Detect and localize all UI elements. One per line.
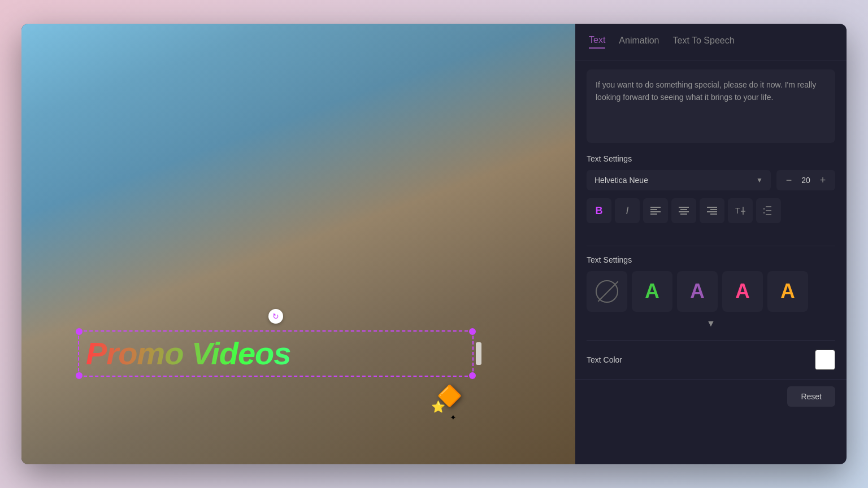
font-name: Helvetica Neue: [594, 176, 648, 185]
style-gold-letter: A: [780, 280, 795, 303]
svg-rect-5: [680, 209, 687, 210]
tab-header: Text Animation Text To Speech: [575, 24, 847, 60]
text-input[interactable]: If you want to do something special, ple…: [587, 69, 835, 143]
italic-button[interactable]: I: [615, 198, 640, 223]
selection-handle-br[interactable]: [469, 372, 476, 379]
star-decoration-2: ✦: [450, 413, 457, 422]
svg-rect-7: [680, 213, 687, 215]
text-settings-section-1: Text Settings Helvetica Neue ▼ − 20 + B: [575, 154, 847, 246]
font-row: Helvetica Neue ▼ − 20 +: [587, 170, 835, 190]
italic-icon: I: [626, 205, 628, 217]
size-decrease-button[interactable]: −: [783, 175, 795, 186]
style-option-pink[interactable]: A: [722, 271, 763, 312]
color-section: Text Color: [575, 350, 847, 379]
expand-row: ▼: [587, 316, 835, 331]
style-row: A A A A: [587, 271, 835, 312]
tab-animation[interactable]: Animation: [619, 36, 659, 48]
align-center-button[interactable]: [671, 198, 696, 223]
rotate-handle[interactable]: ↻: [268, 309, 283, 324]
svg-text:T: T: [735, 206, 740, 215]
text-settings-label-2: Text Settings: [587, 255, 835, 264]
canvas-text-element[interactable]: ↻ Promo Videos: [78, 330, 474, 377]
align-left-icon: [650, 207, 661, 215]
line-height-button[interactable]: [756, 198, 781, 223]
text-transform-icon: T: [735, 206, 745, 216]
style-option-gold[interactable]: A: [767, 271, 808, 312]
svg-rect-9: [710, 209, 717, 210]
divider-2: [587, 340, 835, 341]
promo-text[interactable]: Promo Videos: [86, 336, 466, 371]
text-area-section: If you want to do something special, ple…: [575, 60, 847, 154]
style-none-icon: [596, 280, 618, 303]
font-dropdown[interactable]: Helvetica Neue ▼: [587, 170, 771, 190]
svg-rect-8: [707, 207, 717, 208]
reset-section: Reset: [575, 379, 847, 413]
style-pink-letter: A: [735, 280, 750, 303]
bold-button[interactable]: B: [587, 198, 611, 223]
size-increase-button[interactable]: +: [817, 175, 828, 186]
text-color-swatch[interactable]: [815, 350, 835, 370]
format-row: B I: [587, 198, 835, 223]
svg-rect-0: [650, 207, 661, 208]
resize-handle-right[interactable]: [476, 342, 481, 365]
align-right-button[interactable]: [700, 198, 724, 223]
selection-handle-tl[interactable]: [76, 328, 83, 335]
tab-tts[interactable]: Text To Speech: [673, 36, 735, 48]
star-decoration-1: ⭐: [431, 400, 445, 413]
style-option-purple[interactable]: A: [677, 271, 718, 312]
photo-overlay: [21, 24, 575, 464]
svg-rect-2: [650, 211, 661, 212]
size-control: − 20 +: [776, 170, 835, 190]
expand-styles-button[interactable]: ▼: [706, 319, 715, 329]
style-option-none[interactable]: [587, 271, 627, 312]
svg-rect-11: [710, 213, 717, 215]
reset-button[interactable]: Reset: [787, 386, 835, 407]
divider-1: [587, 246, 835, 246]
svg-rect-1: [650, 209, 657, 210]
canvas-area[interactable]: ↻ Promo Videos 🔶 ⭐ ✦: [21, 24, 575, 464]
text-color-label: Text Color: [587, 355, 622, 364]
align-center-icon: [679, 207, 689, 215]
text-transform-button[interactable]: T: [728, 198, 753, 223]
style-option-green[interactable]: A: [632, 271, 672, 312]
text-settings-section-2: Text Settings A A A: [575, 255, 847, 340]
align-left-button[interactable]: [643, 198, 668, 223]
right-panel: Text Animation Text To Speech If you wan…: [575, 24, 847, 464]
align-right-icon: [707, 207, 717, 215]
svg-rect-10: [707, 211, 717, 212]
rotate-icon: ↻: [272, 312, 279, 321]
tab-text[interactable]: Text: [589, 35, 605, 49]
bold-icon: B: [596, 205, 603, 217]
svg-rect-4: [679, 207, 689, 208]
style-green-letter: A: [645, 280, 659, 303]
svg-rect-3: [650, 213, 657, 215]
dropdown-arrow-icon: ▼: [756, 176, 763, 184]
text-settings-label-1: Text Settings: [587, 154, 835, 163]
line-height-icon: [763, 206, 774, 216]
style-purple-letter: A: [690, 280, 705, 303]
svg-rect-6: [679, 211, 689, 212]
main-container: ↻ Promo Videos 🔶 ⭐ ✦ Text Animation Text…: [21, 24, 847, 464]
selection-handle-bl[interactable]: [76, 372, 83, 379]
font-size-value: 20: [799, 176, 813, 185]
